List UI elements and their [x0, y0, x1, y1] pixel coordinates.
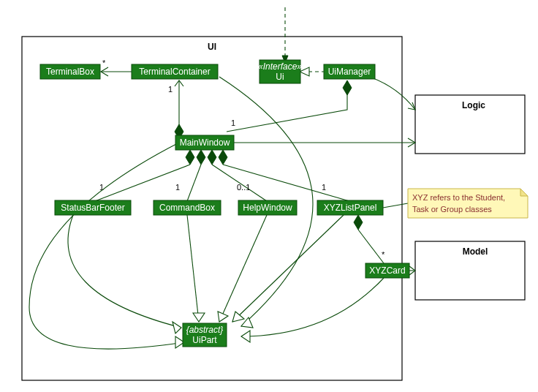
hollow-triangle-icon — [193, 313, 205, 322]
svg-text:HelpWindow: HelpWindow — [243, 203, 292, 213]
hollow-triangle-icon — [232, 312, 244, 322]
svg-text:CommandBox: CommandBox — [159, 203, 215, 213]
edge-uimanager-logic — [371, 78, 415, 110]
edge-statusbar-uipart — [68, 215, 181, 328]
mult-terminalbox: * — [102, 59, 106, 67]
class-helpwindow: HelpWindow — [238, 200, 297, 215]
svg-text:XYZCard: XYZCard — [369, 265, 405, 276]
mult-xyzlistpanel: 1 — [322, 183, 326, 192]
class-xyzcard: XYZCard — [365, 263, 409, 278]
hollow-triangle-icon — [173, 322, 181, 333]
edge-xyzlistpanel-xyzcard — [358, 230, 384, 263]
edge-note-connector — [383, 203, 408, 208]
note-xyz: XYZ refers to the Student, Task or Group… — [408, 189, 528, 218]
edge-uimanager-mainwindow — [227, 80, 347, 132]
svg-text:XYZListPanel: XYZListPanel — [324, 203, 377, 213]
edge-xyzcard-uipart — [241, 278, 384, 336]
edge-xyzlistpanel-uipart — [232, 215, 344, 322]
class-uimanager: UiManager — [324, 64, 375, 79]
edge-mainwindow-uipart — [29, 143, 184, 349]
package-ui-label: UI — [208, 42, 216, 52]
svg-text:Task or Group classes: Task or Group classes — [412, 205, 492, 214]
class-commandbox: CommandBox — [154, 200, 221, 215]
mult-xyzcard: * — [382, 250, 385, 259]
edge-mainwindow-commandbox — [187, 165, 201, 201]
mult-commandbox: 1 — [175, 183, 180, 192]
class-ui-interface: «Interface» Ui — [258, 60, 302, 83]
diamond-icon — [354, 215, 363, 230]
package-model-label: Model — [463, 246, 488, 257]
edge-commandbox-uipart — [187, 215, 199, 322]
svg-text:{abstract}: {abstract} — [186, 325, 224, 335]
svg-text:UiManager: UiManager — [328, 67, 371, 77]
diamond-icon — [186, 150, 194, 165]
uml-diagram: UI Logic Model * 1 1 1 1 0..1 1 * — [0, 0, 538, 392]
class-terminalcontainer: TerminalContainer — [132, 64, 218, 79]
svg-text:TerminalContainer: TerminalContainer — [139, 67, 210, 77]
class-mainwindow: MainWindow — [175, 135, 234, 150]
mult-helpwindow: 0..1 — [237, 183, 250, 192]
svg-text:Ui: Ui — [276, 72, 284, 82]
mult-terminalcontainer: 1 — [168, 85, 173, 94]
svg-text:StatusBarFooter: StatusBarFooter — [61, 203, 124, 213]
svg-text:UiPart: UiPart — [192, 335, 217, 345]
class-statusbarfooter: StatusBarFooter — [55, 200, 131, 215]
diamond-icon — [197, 150, 205, 165]
svg-text:TerminalBox: TerminalBox — [46, 67, 94, 77]
package-logic-label: Logic — [462, 100, 485, 110]
svg-marker-25 — [520, 189, 528, 196]
svg-text:«Interface»: «Interface» — [258, 61, 302, 72]
hollow-triangle-icon — [241, 331, 250, 342]
diamond-icon — [343, 80, 352, 95]
class-uipart: {abstract} UiPart — [183, 323, 227, 347]
edge-helpwindow-uipart — [219, 215, 267, 322]
class-xyzlistpanel: XYZListPanel — [317, 200, 383, 215]
svg-text:MainWindow: MainWindow — [180, 137, 230, 148]
class-terminalbox: TerminalBox — [40, 64, 100, 79]
diamond-icon — [208, 150, 216, 165]
svg-text:XYZ refers to the Student,: XYZ refers to the Student, — [412, 193, 505, 202]
diamond-icon — [219, 150, 227, 165]
mult-mainwindow: 1 — [231, 118, 235, 127]
